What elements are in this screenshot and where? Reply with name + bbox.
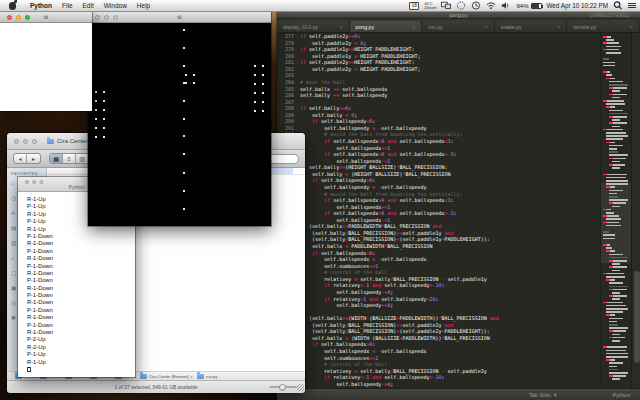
menu-item-window[interactable]: Window — [99, 0, 132, 12]
zoom-button[interactable] — [32, 139, 37, 144]
key-event-row[interactable]: R-2-Up — [27, 344, 135, 351]
editor-title-bar[interactable]: pong.py UNREGISTERED — [277, 12, 640, 19]
minimap-line — [606, 225, 621, 227]
minimize-button[interactable] — [23, 139, 28, 144]
key-event-row[interactable]: P-1-Down — [27, 277, 135, 284]
icon-size-slider[interactable] — [269, 386, 297, 388]
editor-body[interactable]: 277if self.paddle2y<=0:278 self.paddle2y… — [277, 33, 640, 388]
key-event-row[interactable]: R-1-Down — [27, 255, 135, 262]
center-line-dot — [183, 172, 185, 174]
tk-blank-title: tk — [0, 14, 92, 20]
key-event-row[interactable]: R-1-Up — [27, 226, 135, 233]
view-segment-1[interactable]: ≡ — [63, 154, 76, 163]
tab-size-indicator[interactable]: Tab Size: 4 — [529, 392, 557, 398]
globe-icon[interactable] — [456, 1, 466, 10]
editor-scrollbar-thumb[interactable] — [634, 271, 640, 363]
spotlight-icon[interactable] — [613, 1, 623, 10]
key-event-row[interactable]: P-1-Down — [27, 233, 135, 240]
displays-icon[interactable] — [441, 1, 451, 10]
right-paddle-dot — [262, 101, 264, 103]
key-event-row[interactable]: P-1-Down — [27, 307, 135, 314]
key-event-row[interactable]: R-1-Down — [27, 314, 135, 321]
minimap-line — [603, 215, 619, 217]
tab-close-icon[interactable]: × — [630, 24, 633, 30]
time-machine-icon[interactable] — [471, 1, 481, 10]
path-crumb[interactable]: run.py — [197, 374, 218, 379]
apple-menu-icon[interactable] — [9, 2, 16, 10]
syntax-mode-indicator[interactable]: Python — [613, 392, 630, 398]
minimap-line — [609, 87, 627, 89]
menu-item-file[interactable]: File — [57, 0, 77, 12]
left-paddle-dot — [95, 109, 97, 111]
minimap-line — [603, 244, 610, 246]
minimap-line — [606, 135, 628, 137]
minimap-line — [609, 372, 628, 374]
minimap-line — [606, 311, 623, 313]
menu-item-python[interactable]: Python — [25, 0, 57, 12]
ball-dot — [193, 82, 195, 84]
left-paddle-dot — [103, 91, 105, 93]
volume-icon[interactable] — [501, 1, 511, 10]
key-event-row[interactable]: P-2-Up — [27, 336, 135, 343]
editor-scrollbar[interactable] — [631, 33, 640, 388]
path-crumb[interactable]: Cira Center [Remote]▸ — [140, 374, 193, 379]
forward-button[interactable]: ▸ — [27, 154, 40, 163]
close-button[interactable] — [14, 139, 19, 144]
istat-cpu-indicator[interactable]: 18 — [409, 2, 419, 10]
tab-snake.py[interactable]: snake.py× — [495, 21, 568, 32]
key-event-row[interactable]: P-1-Down — [27, 248, 135, 255]
menu-bar-clock[interactable]: Wed Apr 10 10:22 PM — [547, 2, 609, 9]
battery-status[interactable]: 94% — [516, 3, 541, 9]
minimap-line — [609, 148, 617, 150]
center-line-dot — [183, 208, 185, 210]
minimap-line — [603, 71, 610, 73]
tab-remote.py[interactable]: remote.py× — [567, 21, 640, 32]
nav-buttons: ◂ ▸ — [13, 153, 41, 164]
tab-display_GUI.py[interactable]: display_GUI.py× — [277, 21, 350, 32]
minimap[interactable] — [600, 33, 631, 388]
right-paddle-dot — [254, 74, 256, 76]
menu-item-help[interactable]: Help — [132, 0, 155, 12]
key-event-row[interactable]: R-1-Down — [27, 285, 135, 292]
key-event-row[interactable]: R-1-Down — [27, 270, 135, 277]
pong-canvas[interactable] — [88, 23, 271, 226]
minimap-line — [606, 353, 628, 355]
key-event-row[interactable]: P-1-Down — [27, 322, 135, 329]
menu-bar: PythonFileEditWindowHelp 18 44°C 200rpm … — [0, 0, 640, 12]
tab-close-icon[interactable]: × — [412, 24, 415, 30]
view-segment-0[interactable]: ▦ — [50, 154, 63, 163]
tab-run.py[interactable]: run.py× — [422, 21, 495, 32]
battery-percentage: 94% — [516, 3, 528, 9]
minimap-line — [606, 186, 615, 188]
minimap-line — [609, 254, 623, 256]
tab-close-icon[interactable]: × — [340, 24, 343, 30]
tab-close-icon[interactable]: × — [485, 24, 488, 30]
minimap-line — [609, 202, 626, 204]
code-area[interactable]: 277if self.paddle2y<=0:278 self.paddle2y… — [277, 33, 600, 388]
key-event-row[interactable]: R-1-Down — [27, 299, 135, 306]
minimap-line — [603, 238, 615, 240]
key-event-row[interactable]: R-1-Down — [27, 329, 135, 336]
tab-close-icon[interactable]: × — [557, 24, 560, 30]
tk-blank-title-bar[interactable]: tk — [0, 12, 92, 23]
resize-grip-icon[interactable] — [297, 384, 304, 391]
tab-pong.py[interactable]: pong.py× — [350, 21, 423, 32]
key-event-row[interactable]: R-1-Down — [27, 240, 135, 247]
back-button[interactable]: ◂ — [14, 154, 27, 163]
notification-center-icon[interactable] — [628, 3, 636, 9]
key-event-row[interactable]: P-1-Up — [27, 351, 135, 358]
key-event-row[interactable]: P-1-Down — [27, 263, 135, 270]
minimap-line — [606, 142, 615, 144]
text-cursor — [27, 367, 31, 373]
left-paddle-dot — [103, 136, 105, 138]
menu-item-edit[interactable]: Edit — [78, 0, 99, 12]
wifi-icon[interactable] — [486, 1, 496, 10]
istat-sensors[interactable]: 44°C 200rpm — [424, 2, 436, 10]
minimap-line — [609, 369, 618, 371]
minimap-line — [609, 330, 626, 332]
key-event-row[interactable]: R-1-Up — [27, 359, 135, 366]
key-event-row[interactable]: P-1-Down — [27, 292, 135, 299]
left-paddle-dot — [95, 100, 97, 102]
minimap-line — [606, 350, 626, 352]
tk-game-title-bar[interactable]: tk — [88, 12, 271, 23]
